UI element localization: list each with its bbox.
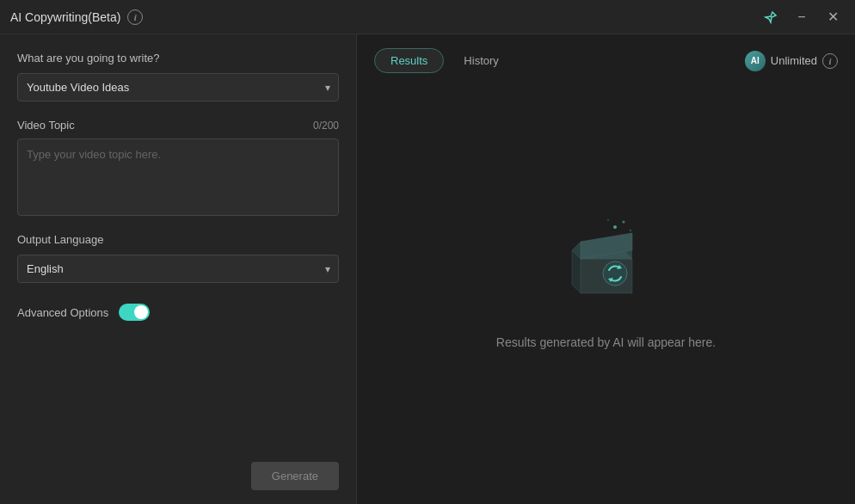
video-topic-header: Video Topic 0/200 — [17, 119, 339, 132]
title-bar-left: AI Copywriting(Beta) i — [10, 9, 143, 25]
empty-state-illustration — [555, 212, 658, 315]
video-topic-label: Video Topic — [17, 119, 75, 132]
results-area: Results generated by AI will appear here… — [374, 73, 838, 487]
title-bar: AI Copywriting(Beta) i − ✕ — [0, 0, 855, 34]
svg-point-0 — [613, 225, 617, 229]
svg-point-3 — [607, 219, 609, 221]
language-wrapper: English Spanish French German Chinese Ja… — [17, 255, 339, 283]
content-type-wrapper: Youtube Video Ideas Blog Post Product De… — [17, 73, 339, 101]
main-layout: What are you going to write? Youtube Vid… — [0, 34, 855, 504]
tabs-row: Results History AI Unlimited i — [374, 48, 838, 73]
app-title: AI Copywriting(Beta) — [10, 10, 120, 24]
ai-avatar: AI — [745, 51, 766, 71]
char-count: 0/200 — [313, 120, 339, 132]
right-panel: Results History AI Unlimited i — [357, 34, 855, 504]
tabs: Results History — [374, 48, 515, 73]
advanced-options-row: Advanced Options — [17, 304, 339, 321]
unlimited-info-icon[interactable]: i — [822, 53, 838, 69]
tab-history[interactable]: History — [447, 48, 514, 73]
pin-icon — [764, 10, 778, 24]
content-type-select[interactable]: Youtube Video Ideas Blog Post Product De… — [17, 73, 339, 101]
unlimited-badge: AI Unlimited i — [745, 51, 838, 71]
close-button[interactable]: ✕ — [821, 5, 845, 29]
svg-point-10 — [603, 261, 627, 286]
svg-point-1 — [622, 220, 624, 223]
title-help-icon[interactable]: i — [127, 9, 143, 25]
language-select[interactable]: English Spanish French German Chinese Ja… — [17, 255, 339, 283]
box-svg — [555, 212, 658, 315]
svg-point-2 — [630, 230, 631, 231]
what-label: What are you going to write? — [17, 52, 339, 65]
spacer — [17, 321, 339, 462]
video-topic-input[interactable] — [17, 138, 339, 216]
pin-button[interactable] — [759, 5, 783, 29]
title-bar-controls: − ✕ — [759, 5, 845, 29]
advanced-options-toggle[interactable] — [119, 304, 150, 321]
left-panel: What are you going to write? Youtube Vid… — [0, 34, 357, 504]
minimize-button[interactable]: − — [790, 5, 814, 29]
unlimited-text: Unlimited — [771, 54, 817, 67]
generate-button[interactable]: Generate — [251, 462, 339, 490]
tab-results[interactable]: Results — [374, 48, 444, 73]
output-language-label: Output Language — [17, 233, 339, 246]
toggle-knob — [134, 305, 148, 319]
advanced-options-label: Advanced Options — [17, 306, 108, 319]
empty-state-text: Results generated by AI will appear here… — [496, 335, 716, 349]
